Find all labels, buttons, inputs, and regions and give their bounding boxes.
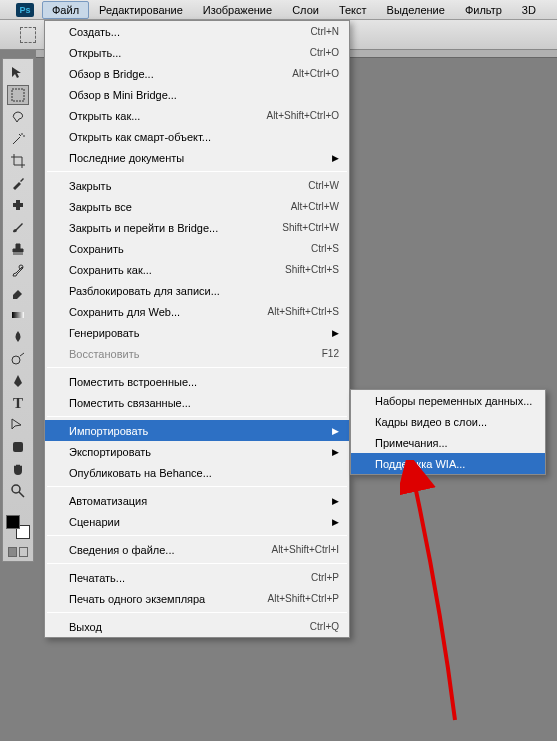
- menu-label: Открыть...: [69, 47, 310, 59]
- heal-tool-icon[interactable]: [7, 195, 29, 215]
- file-menu-item-15[interactable]: Генерировать▶: [45, 322, 349, 343]
- type-tool-icon[interactable]: T: [7, 393, 29, 413]
- file-menu-item-16[interactable]: ВосстановитьF12: [45, 343, 349, 364]
- gradient-tool-icon[interactable]: [7, 305, 29, 325]
- marquee-tool-icon[interactable]: [7, 85, 29, 105]
- file-menu-item-23[interactable]: Опубликовать на Behance...: [45, 462, 349, 483]
- file-menu-item-11[interactable]: СохранитьCtrl+S: [45, 238, 349, 259]
- menu-label: Генерировать: [69, 327, 326, 339]
- menu-label: Открыть как...: [69, 110, 266, 122]
- menu-separator: [47, 486, 347, 487]
- menu-shortcut: Ctrl+W: [308, 180, 339, 191]
- path-tool-icon[interactable]: [7, 415, 29, 435]
- menu-shortcut: Alt+Shift+Ctrl+I: [271, 544, 339, 555]
- file-menu-item-26[interactable]: Сценарии▶: [45, 511, 349, 532]
- annotation-arrow: [400, 460, 470, 730]
- menu-label: Обзор в Bridge...: [69, 68, 292, 80]
- file-menu-item-0[interactable]: Создать...Ctrl+N: [45, 21, 349, 42]
- shape-tool-icon[interactable]: [7, 437, 29, 457]
- dodge-tool-icon[interactable]: [7, 349, 29, 369]
- menu-3d[interactable]: 3D: [512, 1, 546, 19]
- file-menu-item-28[interactable]: Сведения о файле...Alt+Shift+Ctrl+I: [45, 539, 349, 560]
- menu-label: Сценарии: [69, 516, 326, 528]
- menu-текст[interactable]: Текст: [329, 1, 377, 19]
- history-brush-tool-icon[interactable]: [7, 261, 29, 281]
- menu-label: Печатать...: [69, 572, 311, 584]
- menu-label: Сохранить: [69, 243, 311, 255]
- file-menu-item-30[interactable]: Печатать...Ctrl+P: [45, 567, 349, 588]
- blur-tool-icon[interactable]: [7, 327, 29, 347]
- menu-shortcut: Alt+Shift+Ctrl+P: [268, 593, 339, 604]
- menu-label: Поддержка WIA...: [375, 458, 535, 470]
- submenu-arrow-icon: ▶: [332, 447, 339, 457]
- svg-point-5: [12, 356, 20, 364]
- move-tool-icon[interactable]: [7, 63, 29, 83]
- menu-separator: [47, 612, 347, 613]
- submenu-arrow-icon: ▶: [332, 517, 339, 527]
- menu-слои[interactable]: Слои: [282, 1, 329, 19]
- menu-фильтр[interactable]: Фильтр: [455, 1, 512, 19]
- file-menu-item-13[interactable]: Разблокировать для записи...: [45, 280, 349, 301]
- pen-tool-icon[interactable]: [7, 371, 29, 391]
- hand-tool-icon[interactable]: [7, 459, 29, 479]
- file-menu-item-33[interactable]: ВыходCtrl+Q: [45, 616, 349, 637]
- file-menu-item-1[interactable]: Открыть...Ctrl+O: [45, 42, 349, 63]
- zoom-tool-icon[interactable]: [7, 481, 29, 501]
- file-menu-item-19[interactable]: Поместить связанные...: [45, 392, 349, 413]
- main-menubar: Ps ФайлРедактированиеИзображениеСлоиТекс…: [0, 0, 557, 20]
- menu-файл[interactable]: Файл: [42, 1, 89, 19]
- menu-shortcut: F12: [322, 348, 339, 359]
- menu-shortcut: Alt+Shift+Ctrl+O: [266, 110, 339, 121]
- file-menu-item-3[interactable]: Обзор в Mini Bridge...: [45, 84, 349, 105]
- file-menu-item-18[interactable]: Поместить встроенные...: [45, 371, 349, 392]
- file-menu-item-14[interactable]: Сохранить для Web...Alt+Shift+Ctrl+S: [45, 301, 349, 322]
- menu-shortcut: Ctrl+N: [310, 26, 339, 37]
- color-swatch[interactable]: [6, 515, 30, 539]
- menu-редактирование[interactable]: Редактирование: [89, 1, 193, 19]
- menu-shortcut: Ctrl+O: [310, 47, 339, 58]
- menu-label: Закрыть все: [69, 201, 291, 213]
- menu-label: Кадры видео в слои...: [375, 416, 535, 428]
- menu-shortcut: Shift+Ctrl+W: [282, 222, 339, 233]
- submenu-arrow-icon: ▶: [332, 496, 339, 506]
- menu-label: Экспортировать: [69, 446, 326, 458]
- file-menu-item-10[interactable]: Закрыть и перейти в Bridge...Shift+Ctrl+…: [45, 217, 349, 238]
- file-menu-item-4[interactable]: Открыть как...Alt+Shift+Ctrl+O: [45, 105, 349, 126]
- wand-tool-icon[interactable]: [7, 129, 29, 149]
- file-menu-item-12[interactable]: Сохранить как...Shift+Ctrl+S: [45, 259, 349, 280]
- menu-separator: [47, 416, 347, 417]
- menu-выделение[interactable]: Выделение: [377, 1, 455, 19]
- crop-tool-icon[interactable]: [7, 151, 29, 171]
- file-menu-item-5[interactable]: Открыть как смарт-объект...: [45, 126, 349, 147]
- import-submenu-item-3[interactable]: Поддержка WIA...: [351, 453, 545, 474]
- eraser-tool-icon[interactable]: [7, 283, 29, 303]
- lasso-tool-icon[interactable]: [7, 107, 29, 127]
- brush-tool-icon[interactable]: [7, 217, 29, 237]
- svg-rect-2: [16, 200, 20, 210]
- menu-shortcut: Ctrl+P: [311, 572, 339, 583]
- submenu-arrow-icon: ▶: [332, 328, 339, 338]
- file-menu-item-6[interactable]: Последние документы▶: [45, 147, 349, 168]
- eyedropper-tool-icon[interactable]: [7, 173, 29, 193]
- import-submenu-item-0[interactable]: Наборы переменных данных...: [351, 390, 545, 411]
- menu-shortcut: Shift+Ctrl+S: [285, 264, 339, 275]
- file-menu-item-21[interactable]: Импортировать▶: [45, 420, 349, 441]
- file-menu-item-8[interactable]: ЗакрытьCtrl+W: [45, 175, 349, 196]
- file-menu-item-31[interactable]: Печать одного экземпляраAlt+Shift+Ctrl+P: [45, 588, 349, 609]
- menu-separator: [47, 535, 347, 536]
- menu-label: Сохранить для Web...: [69, 306, 268, 318]
- file-menu-item-22[interactable]: Экспортировать▶: [45, 441, 349, 462]
- import-submenu-item-1[interactable]: Кадры видео в слои...: [351, 411, 545, 432]
- menu-label: Опубликовать на Behance...: [69, 467, 339, 479]
- file-menu-item-2[interactable]: Обзор в Bridge...Alt+Ctrl+O: [45, 63, 349, 84]
- menu-label: Последние документы: [69, 152, 326, 164]
- file-menu-item-25[interactable]: Автоматизация▶: [45, 490, 349, 511]
- menu-label: Импортировать: [69, 425, 326, 437]
- import-submenu-item-2[interactable]: Примечания...: [351, 432, 545, 453]
- menu-изображение[interactable]: Изображение: [193, 1, 282, 19]
- stamp-tool-icon[interactable]: [7, 239, 29, 259]
- quickmask-toggle[interactable]: [8, 547, 28, 557]
- svg-rect-6: [13, 442, 23, 452]
- file-menu-item-9[interactable]: Закрыть всеAlt+Ctrl+W: [45, 196, 349, 217]
- menu-label: Открыть как смарт-объект...: [69, 131, 339, 143]
